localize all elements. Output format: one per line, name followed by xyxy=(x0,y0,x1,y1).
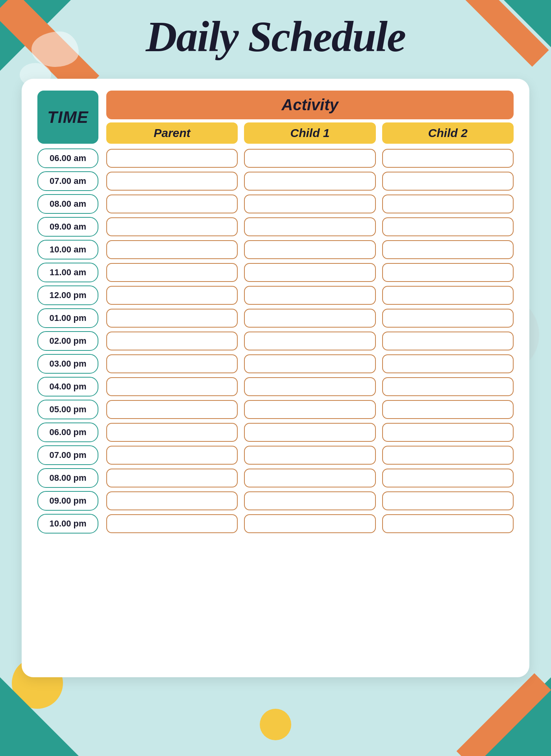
sub-header-parent: Parent xyxy=(106,122,238,144)
schedule-row: 03.00 pm xyxy=(37,354,514,374)
child1-cell[interactable] xyxy=(244,423,375,442)
time-slot-label: 05.00 pm xyxy=(37,400,98,419)
parent-cell[interactable] xyxy=(106,217,238,236)
time-slot-label: 06.00 am xyxy=(37,148,98,168)
activity-cells xyxy=(106,354,514,373)
parent-cell[interactable] xyxy=(106,446,238,465)
child2-cell[interactable] xyxy=(382,423,514,442)
sub-headers: Parent Child 1 Child 2 xyxy=(106,122,514,144)
child2-cell[interactable] xyxy=(382,149,514,168)
activity-cells xyxy=(106,469,514,487)
schedule-row: 01.00 pm xyxy=(37,308,514,328)
child1-cell[interactable] xyxy=(244,377,375,396)
page-title: Daily Schedule xyxy=(0,12,551,62)
parent-cell[interactable] xyxy=(106,491,238,510)
schedule-row: 07.00 am xyxy=(37,171,514,191)
child1-cell[interactable] xyxy=(244,195,375,213)
child1-cell[interactable] xyxy=(244,309,375,328)
child2-cell[interactable] xyxy=(382,240,514,259)
deco-br-orange xyxy=(457,673,551,756)
child2-cell[interactable] xyxy=(382,469,514,487)
child1-cell[interactable] xyxy=(244,491,375,510)
parent-cell[interactable] xyxy=(106,240,238,259)
schedule-row: 10.00 pm xyxy=(37,514,514,534)
parent-cell[interactable] xyxy=(106,423,238,442)
child2-cell[interactable] xyxy=(382,446,514,465)
child1-cell[interactable] xyxy=(244,400,375,419)
time-slot-label: 10.00 pm xyxy=(37,514,98,534)
time-slot-label: 03.00 pm xyxy=(37,354,98,374)
sub-header-child1-label: Child 1 xyxy=(290,126,329,139)
child2-cell[interactable] xyxy=(382,377,514,396)
schedule-row: 09.00 pm xyxy=(37,491,514,511)
child2-cell[interactable] xyxy=(382,217,514,236)
child1-cell[interactable] xyxy=(244,240,375,259)
parent-cell[interactable] xyxy=(106,469,238,487)
activity-cells xyxy=(106,172,514,191)
child1-cell[interactable] xyxy=(244,149,375,168)
time-slot-label: 08.00 pm xyxy=(37,468,98,488)
child2-cell[interactable] xyxy=(382,309,514,328)
time-header-box: TIME xyxy=(37,91,98,144)
child1-cell[interactable] xyxy=(244,514,375,533)
activity-cells xyxy=(106,240,514,259)
parent-cell[interactable] xyxy=(106,172,238,191)
activity-cells xyxy=(106,491,514,510)
time-slot-label: 08.00 am xyxy=(37,194,98,214)
sub-header-child2: Child 2 xyxy=(382,122,514,144)
schedule-row: 09.00 am xyxy=(37,217,514,237)
activity-cells xyxy=(106,309,514,328)
activity-cells xyxy=(106,149,514,168)
parent-cell[interactable] xyxy=(106,354,238,373)
schedule-rows: 06.00 am07.00 am08.00 am09.00 am10.00 am… xyxy=(37,148,514,534)
time-slot-label: 01.00 pm xyxy=(37,308,98,328)
parent-cell[interactable] xyxy=(106,149,238,168)
schedule-row: 06.00 pm xyxy=(37,422,514,442)
parent-cell[interactable] xyxy=(106,332,238,350)
time-slot-label: 10.00 am xyxy=(37,240,98,259)
child2-cell[interactable] xyxy=(382,263,514,282)
activity-cells xyxy=(106,195,514,213)
activity-cells xyxy=(106,400,514,419)
child1-cell[interactable] xyxy=(244,286,375,305)
sub-header-child1: Child 1 xyxy=(244,122,375,144)
time-slot-label: 09.00 pm xyxy=(37,491,98,511)
time-header-label: TIME xyxy=(47,108,88,127)
parent-cell[interactable] xyxy=(106,309,238,328)
parent-cell[interactable] xyxy=(106,286,238,305)
child1-cell[interactable] xyxy=(244,217,375,236)
child2-cell[interactable] xyxy=(382,354,514,373)
deco-b-yellow xyxy=(260,709,291,740)
child2-cell[interactable] xyxy=(382,332,514,350)
time-slot-label: 11.00 am xyxy=(37,263,98,282)
parent-cell[interactable] xyxy=(106,195,238,213)
deco-br-teal xyxy=(472,677,551,756)
schedule-row: 07.00 pm xyxy=(37,445,514,465)
child2-cell[interactable] xyxy=(382,514,514,533)
child1-cell[interactable] xyxy=(244,469,375,487)
child2-cell[interactable] xyxy=(382,400,514,419)
time-slot-label: 07.00 pm xyxy=(37,445,98,465)
schedule-row: 11.00 am xyxy=(37,263,514,282)
activity-cells xyxy=(106,332,514,350)
child2-cell[interactable] xyxy=(382,491,514,510)
child1-cell[interactable] xyxy=(244,263,375,282)
schedule-row: 10.00 am xyxy=(37,240,514,259)
time-slot-label: 09.00 am xyxy=(37,217,98,237)
parent-cell[interactable] xyxy=(106,263,238,282)
parent-cell[interactable] xyxy=(106,514,238,533)
child2-cell[interactable] xyxy=(382,286,514,305)
activity-cells xyxy=(106,263,514,282)
time-slot-label: 06.00 pm xyxy=(37,422,98,442)
activity-cells xyxy=(106,286,514,305)
child2-cell[interactable] xyxy=(382,172,514,191)
activity-header: Activity xyxy=(106,91,514,119)
parent-cell[interactable] xyxy=(106,400,238,419)
child2-cell[interactable] xyxy=(382,195,514,213)
activity-label: Activity xyxy=(281,96,338,113)
child1-cell[interactable] xyxy=(244,172,375,191)
child1-cell[interactable] xyxy=(244,354,375,373)
parent-cell[interactable] xyxy=(106,377,238,396)
child1-cell[interactable] xyxy=(244,446,375,465)
child1-cell[interactable] xyxy=(244,332,375,350)
